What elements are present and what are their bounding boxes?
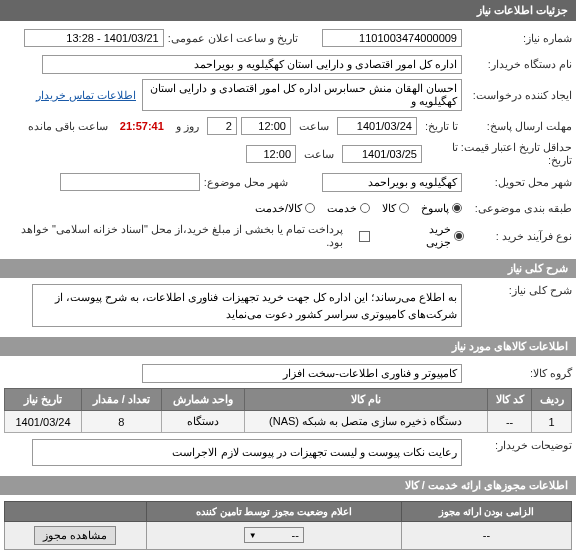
radio-dot-icon (305, 203, 315, 213)
label-to-date: تا تاریخ: (421, 120, 462, 133)
field-need-no: 1101003474000009 (322, 29, 462, 47)
countdown-time: 21:57:41 (116, 120, 168, 132)
field-delivery-city: کهگیلویه و بویراحمد (322, 173, 462, 192)
label-remain: ساعت باقی مانده (24, 120, 112, 133)
radio-kharid-jozi[interactable]: خرید جزیی (402, 223, 464, 249)
field-announce-date: 1401/03/21 - 13:28 (24, 29, 164, 47)
radio-pasokh[interactable]: پاسوخ (421, 202, 462, 215)
radio-dot-icon (399, 203, 409, 213)
label-need-no: شماره نیاز: (462, 32, 572, 45)
label-rooz: روز و (172, 120, 203, 133)
field-reply-time: 12:00 (241, 117, 291, 135)
cell-unit: دستگاه (161, 411, 244, 433)
goods-table: ردیف کد کالا نام کالا واحد شمارش تعداد /… (4, 388, 572, 433)
field-goods-group: کامپیوتر و فناوری اطلاعات-سخت افزار (142, 364, 462, 383)
auth-table: الزامی بودن ارائه مجوز اعلام وضعیت مجوز … (4, 501, 572, 550)
checkbox-payment[interactable] (359, 231, 370, 242)
cell-name: دستگاه ذخیره سازی متصل به شبکه (NAS) (244, 411, 487, 433)
label-saat-1: ساعت (295, 120, 333, 133)
cell-auth-required: -- (401, 521, 571, 549)
view-auth-button[interactable]: مشاهده مجوز (34, 526, 116, 545)
th-auth-status: اعلام وضعیت مجوز توسط تامین کننده (146, 501, 401, 521)
label-delivery-city: شهر محل تحویل: (462, 176, 572, 189)
radio-khedmat-label: خدمت (327, 202, 357, 215)
label-announce-date: تاریخ و ساعت اعلان عمومی: (164, 32, 302, 45)
label-purchase-type: نوع فرآیند خرید : (464, 230, 572, 243)
th-name: نام کالا (244, 389, 487, 411)
section-need-info: جزئیات اطلاعات نیاز (0, 0, 576, 21)
label-buyer-org: نام دستگاه خریدار: (462, 58, 572, 71)
radio-kala-label: کالا (382, 202, 396, 215)
th-auth-required: الزامی بودن ارائه مجوز (401, 501, 571, 521)
label-classification: طبقه بندی موضوعی: (462, 202, 572, 215)
th-idx: ردیف (532, 389, 572, 411)
radio-dot-icon (360, 203, 370, 213)
label-subject-city: شهر محل موضوع: (200, 176, 292, 189)
field-reply-date: 1401/03/24 (337, 117, 417, 135)
label-buyer-notes: توضیحات خریدار: (462, 439, 572, 452)
chevron-down-icon: ▼ (249, 531, 257, 540)
section-service-auth: اطلاعات مجوزهای ارائه خدمت / کالا (0, 476, 576, 495)
cell-qty: 8 (82, 411, 162, 433)
section-need-summary: شرح کلی نیاز (0, 259, 576, 278)
label-requester: ایجاد کننده درخواست: (462, 89, 572, 102)
field-days-left: 2 (207, 117, 237, 135)
label-reply-deadline: مهلت ارسال پاسخ: (462, 120, 572, 133)
field-buyer-notes: رعایت نکات پیوست و لیست تجهیزات در پیوست… (32, 439, 462, 466)
table-row[interactable]: 1 -- دستگاه ذخیره سازی متصل به شبکه (NAS… (5, 411, 572, 433)
link-contact-buyer[interactable]: اطلاعات تماس خریدار (36, 89, 136, 102)
field-validity-time: 12:00 (246, 145, 296, 163)
auth-row: -- -- ▼ مشاهده مجوز (5, 521, 572, 549)
field-subject-city (60, 173, 200, 191)
radio-kala[interactable]: کالا (382, 202, 409, 215)
th-unit: واحد شمارش (161, 389, 244, 411)
label-saat-2: ساعت (300, 148, 338, 161)
field-validity-date: 1401/03/25 (342, 145, 422, 163)
radio-pasokh-label: پاسوخ (421, 202, 449, 215)
field-requester: احسان الهقان منش حسابرس اداره کل امور اق… (142, 79, 462, 111)
th-date: تاریخ نیاز (5, 389, 82, 411)
field-buyer-org: اداره کل امور اقتصادی و دارایی استان کهگ… (42, 55, 462, 74)
label-need-desc: شرح کلی نیاز: (462, 284, 572, 297)
label-payment-note: پرداخت تمام یا بخشی از مبلغ خرید،از محل … (4, 223, 347, 249)
field-need-desc: به اطلاع می‌رساند؛ این اداره کل جهت خرید… (32, 284, 462, 327)
label-goods-group: گروه کالا: (462, 367, 572, 380)
th-qty: تعداد / مقدار (82, 389, 162, 411)
radio-dot-on-icon (454, 231, 464, 241)
label-min-validity: حداقل تاریخ اعتبار قیمت: تا تاریخ: (422, 141, 572, 167)
cell-idx: 1 (532, 411, 572, 433)
select-auth-status[interactable]: -- ▼ (244, 527, 304, 543)
radio-kharid-jozi-label: خرید جزیی (402, 223, 451, 249)
th-auth-action (5, 501, 147, 521)
radio-kala-khedmat[interactable]: کالا/خدمت (255, 202, 315, 215)
th-code: کد کالا (487, 389, 532, 411)
cell-auth-status: -- ▼ (146, 521, 401, 549)
select-value: -- (292, 529, 299, 541)
radio-dot-on-icon (452, 203, 462, 213)
radio-kala-khedmat-label: کالا/خدمت (255, 202, 302, 215)
cell-auth-action: مشاهده مجوز (5, 521, 147, 549)
cell-code: -- (487, 411, 532, 433)
section-goods-info: اطلاعات کالاهای مورد نیاز (0, 337, 576, 356)
radio-khedmat[interactable]: خدمت (327, 202, 370, 215)
cell-date: 1401/03/24 (5, 411, 82, 433)
